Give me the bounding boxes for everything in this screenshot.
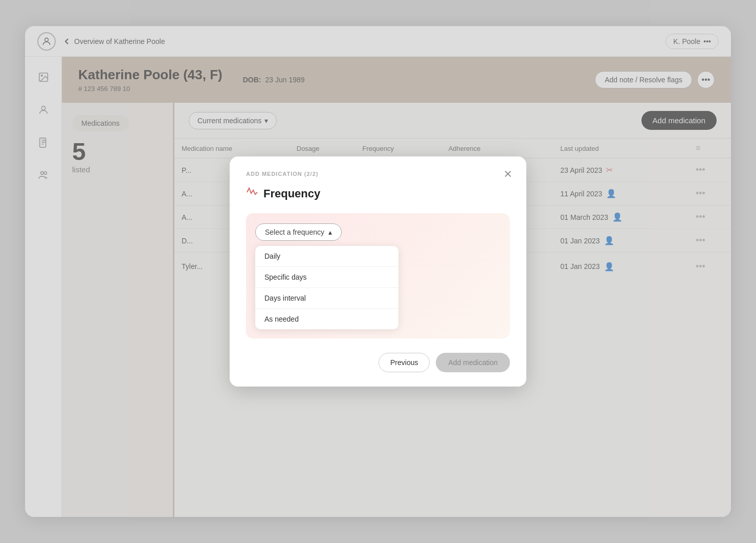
frequency-icon	[246, 186, 258, 201]
modal-footer: Previous Add medication	[246, 353, 510, 372]
frequency-title: Frequency	[263, 187, 320, 200]
chevron-up-icon: ▴	[328, 228, 332, 236]
modal-header-label: ADD MEDICATION (2/2)	[246, 171, 510, 177]
frequency-select-label: Select a frequency	[265, 228, 324, 236]
frequency-option-as-needed[interactable]: As needed	[255, 309, 398, 329]
frequency-option-specific-days[interactable]: Specific days	[255, 267, 398, 288]
modal-overlay: ADD MEDICATION (2/2) Frequency Select a …	[0, 0, 756, 543]
add-medication-modal-button[interactable]: Add medication	[436, 353, 510, 372]
frequency-option-days-interval[interactable]: Days interval	[255, 288, 398, 309]
modal-close-button[interactable]	[501, 167, 515, 181]
add-medication-modal: ADD MEDICATION (2/2) Frequency Select a …	[230, 156, 526, 387]
frequency-dropdown: Daily Specific days Days interval As nee…	[255, 246, 398, 329]
modal-section-title: Frequency	[246, 186, 510, 201]
frequency-area: Select a frequency ▴ Daily Specific days…	[246, 213, 510, 338]
frequency-option-daily[interactable]: Daily	[255, 246, 398, 267]
frequency-select-button[interactable]: Select a frequency ▴	[255, 223, 342, 241]
previous-button[interactable]: Previous	[379, 353, 430, 372]
